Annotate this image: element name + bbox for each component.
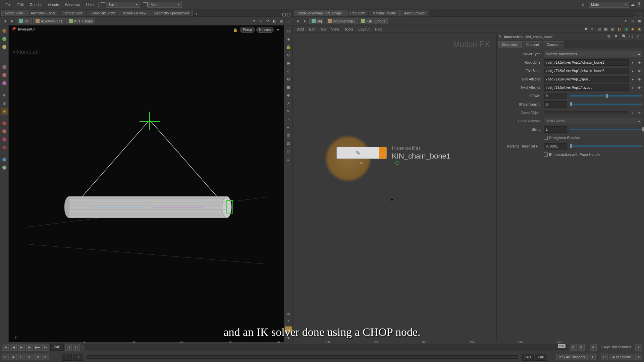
tab-tree-view[interactable]: Tree View	[346, 10, 368, 16]
tab-render-view[interactable]: Render View	[60, 10, 86, 16]
tl-d[interactable]: ⊕	[26, 354, 33, 360]
nav-back-right[interactable]: ◄	[294, 18, 301, 24]
rt-10[interactable]: ↗	[285, 100, 292, 107]
pin-icon[interactable]: 📌	[11, 27, 16, 31]
ik-twist-field[interactable]: 0	[544, 93, 567, 99]
pathbar-icon-1[interactable]: ⊕	[258, 18, 264, 24]
end-affector-op1[interactable]: ▸	[630, 76, 635, 82]
node-output-dot[interactable]	[360, 162, 363, 164]
tool-grid[interactable]: ⊞	[1, 100, 8, 107]
right-tab-opt2[interactable]	[639, 13, 642, 16]
left-tab-opt2[interactable]	[287, 13, 290, 16]
net-icon-5[interactable]: ▥	[610, 26, 615, 32]
tool-select[interactable]	[1, 27, 8, 35]
param-gear-icon[interactable]: ⚙	[607, 34, 612, 40]
real-next[interactable]: ▷	[73, 344, 80, 351]
key-all-button[interactable]: Key All Channels	[556, 354, 588, 360]
viewport-canvas[interactable]	[9, 25, 284, 342]
tab-asset-browser[interactable]: Asset Browser	[400, 10, 429, 16]
tool-a[interactable]	[1, 120, 8, 127]
net-icon-8[interactable]: ◆	[630, 26, 635, 32]
rt-14[interactable]: ◫	[285, 132, 292, 139]
start-frame-1[interactable]: 1	[62, 354, 72, 361]
rt-17[interactable]: ≡	[285, 156, 292, 163]
tool-brush[interactable]	[1, 43, 8, 51]
tool-pose[interactable]	[1, 79, 8, 87]
crumb-obj-right[interactable]: obj	[309, 18, 324, 24]
rt-18[interactable]: ⊞	[285, 310, 292, 317]
tl-f[interactable]: ⟳	[42, 354, 49, 360]
timeline-opt3[interactable]: ⊕	[590, 344, 597, 351]
straighten-checkbox[interactable]	[544, 136, 548, 140]
left-tab-add[interactable]: +	[193, 11, 199, 16]
nav-arrow-left[interactable]: ▾	[251, 18, 257, 24]
tool-snap[interactable]: ✱	[1, 92, 8, 99]
vp-menu-icon[interactable]: ▾	[275, 27, 281, 33]
root-bone-field[interactable]: /obj/IkSolverVop1/chain_bone1	[544, 59, 629, 66]
tab-kin-chops[interactable]: /obj/IkSolverVop1/KIN_Chops	[294, 10, 345, 16]
param-help-icon[interactable]: ?	[637, 34, 642, 40]
timeline-opt4[interactable]: ▾	[635, 344, 642, 351]
solver-type-dropdown[interactable]: Inverse Kinematics◆	[544, 51, 642, 57]
tl-b[interactable]: ◉	[10, 354, 17, 360]
root-bone-op2[interactable]: ⊕	[637, 60, 642, 65]
tab-material-palette[interactable]: Material Palette	[369, 10, 399, 16]
play-play[interactable]: ▶	[18, 344, 25, 351]
tool-e[interactable]	[1, 156, 8, 163]
vp-persp-button[interactable]: Persp	[240, 27, 255, 33]
pathbar-icon-3[interactable]: ◧	[272, 18, 277, 24]
tl-i[interactable]: ▾	[635, 354, 642, 360]
pathbar-icon-5[interactable]: ⊞	[285, 18, 290, 24]
current-frame-field[interactable]: 240	[50, 344, 64, 351]
nav-fwd-right[interactable]: ►	[302, 18, 308, 24]
network-view[interactable]: Motion FX ✎ InverseKin KIN_chain_bone1 ➤	[293, 33, 496, 342]
net-icon-6[interactable]: ◧	[616, 26, 622, 32]
ik-interaction-checkbox[interactable]: ✓	[544, 153, 548, 157]
crumb-iksolver-left[interactable]: IkSolverVop1	[33, 18, 65, 24]
right-main-dropdown[interactable]: Main▾	[589, 2, 629, 8]
vp-lock-icon[interactable]: 🔒	[232, 27, 238, 33]
rpathbar-icon-1[interactable]: ⊕	[630, 18, 635, 24]
rt-12[interactable]: ⟋	[285, 116, 292, 123]
param-tab-common[interactable]: Common	[543, 41, 564, 48]
rpathbar-icon-2[interactable]: ⊞	[637, 18, 642, 24]
end-bone-field[interactable]: /obj/IkSolverVop1/chain_bone2	[544, 68, 629, 74]
viewport[interactable]: 📌 InverseKin 🔒 Persp No cam ▾ vfxforce.c…	[9, 25, 284, 342]
rt-9[interactable]: ⊕	[285, 92, 292, 99]
tool-b[interactable]	[1, 128, 8, 135]
ik-dampening-slider[interactable]	[570, 104, 642, 105]
tool-d[interactable]	[1, 144, 8, 151]
menu-help[interactable]: Help	[83, 1, 96, 8]
desktop-dropdown[interactable]: Build▾	[106, 2, 140, 8]
param-info-icon[interactable]: ⓘ	[629, 34, 635, 40]
ik-dampening-field[interactable]: 0	[544, 101, 567, 108]
net-go[interactable]: Go	[319, 26, 328, 32]
tool-lasso[interactable]	[1, 35, 8, 43]
param-tab-kinematics[interactable]: Kinematics	[498, 41, 522, 48]
nav-back-left[interactable]: ◄	[2, 18, 8, 24]
tool-rotate[interactable]	[1, 63, 8, 71]
end-bone-op2[interactable]: ⊕	[637, 68, 642, 73]
rt-11[interactable]: ✎	[285, 108, 292, 115]
net-help[interactable]: Help	[373, 26, 385, 32]
tool-c[interactable]	[1, 136, 8, 143]
menu-render[interactable]: Render	[27, 1, 45, 8]
param-search-icon[interactable]: 🔍	[622, 34, 627, 40]
root-bone-op1[interactable]: ▸	[630, 60, 635, 65]
rt-1[interactable]: ⊡	[285, 27, 292, 34]
net-tools[interactable]: Tools	[342, 26, 356, 32]
rt-7[interactable]: ⚙	[285, 76, 292, 82]
net-icon-4[interactable]: ▦	[603, 26, 608, 32]
tab-composite-view[interactable]: Composite View	[87, 10, 118, 16]
menu-windows[interactable]: Windows	[62, 1, 83, 8]
crumb-kinchops-left[interactable]: KIN_Chops	[66, 18, 95, 24]
crumb-kinchops-right[interactable]: KIN_Chops	[359, 18, 388, 24]
tracking-threshold-field[interactable]: 0.0001	[544, 143, 567, 149]
range-track[interactable]	[87, 355, 518, 359]
rt-20[interactable]: ⊡	[285, 326, 292, 333]
end-bone-op1[interactable]: ▸	[630, 68, 635, 73]
tab-animation-editor[interactable]: Animation Editor	[27, 10, 59, 16]
main-dropdown[interactable]: Main▾	[148, 2, 182, 8]
tracking-threshold-slider[interactable]	[570, 145, 642, 147]
rt-8[interactable]: ▦	[285, 84, 292, 90]
